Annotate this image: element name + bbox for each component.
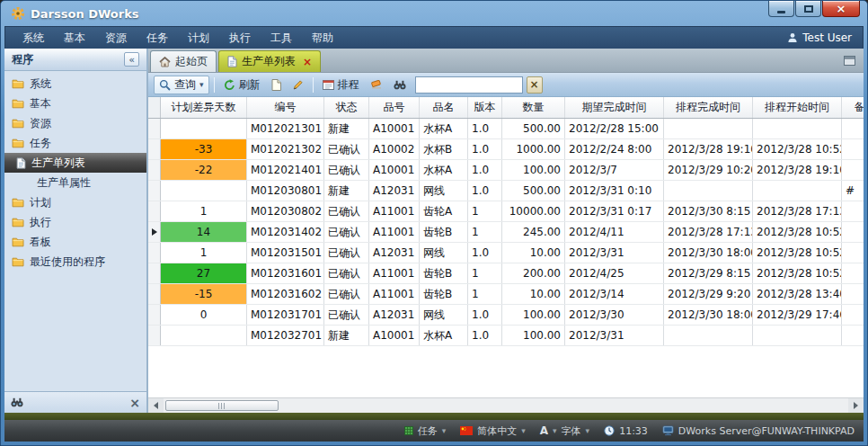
sidebar-item-label: 系统 [30,76,51,92]
grid-cell: 0 [161,305,247,325]
grid-cell: 10.00 [502,284,565,304]
sidebar-collapse-button[interactable]: « [124,52,139,67]
table-row[interactable]: M012032701新建A10001水杯A1.0100.002012/3/31 [148,326,864,346]
maximize-button[interactable] [795,1,821,17]
table-row[interactable]: M012030801新建A12031网线1.0500.002012/3/31 0… [148,181,864,201]
sidebar-item-8[interactable]: 看板 [4,232,146,252]
table-row[interactable]: 27M012031601已确认A11001齿轮B1200.002012/4/25… [148,263,864,284]
schedule-button[interactable]: 排程 [318,76,364,94]
clear-search-icon[interactable]: × [129,397,140,409]
grid-cell: 齿轮B [420,222,468,242]
horizontal-scrollbar[interactable] [148,397,864,413]
column-header[interactable]: 排程开始时间 [753,97,842,118]
grid-cell: 新建 [324,326,369,345]
tab-1[interactable]: 生产单列表× [218,50,321,72]
app-window: Darsson DWorks × 系统基本资源任务计划执行工具帮助 Test U… [0,0,868,446]
user-menu[interactable]: Test User [787,31,855,44]
sidebar-item-4[interactable]: 生产单列表 [4,153,146,173]
column-header[interactable]: 品名 [420,97,468,118]
sidebar-item-2[interactable]: 资源 [4,113,146,133]
close-button[interactable]: × [822,1,860,17]
grid-cell [664,181,753,201]
title-bar[interactable]: Darsson DWorks × [4,1,864,26]
table-row[interactable]: -33M012021302已确认A10002水杯B1.01000.002012/… [148,139,864,160]
sidebar-item-label: 资源 [30,116,51,131]
row-indicator [148,284,161,304]
column-header[interactable]: 期望完成时间 [565,97,664,118]
clear-input-button[interactable]: × [527,76,543,94]
sidebar-item-0[interactable]: 系统 [4,74,146,94]
scroll-right-button[interactable] [848,398,864,413]
column-header[interactable]: 排程完成时间 [664,97,753,118]
tab-0[interactable]: 起始页 [150,50,217,72]
sidebar-item-3[interactable]: 任务 [4,133,146,153]
grid-cell: 1.0 [468,139,502,159]
table-row[interactable]: 14M012031402已确认A11001齿轮B1245.002012/4/11… [148,222,864,243]
row-indicator [148,222,161,242]
sidebar-item-9[interactable]: 最近使用的程序 [4,252,146,272]
scrollbar-thumb[interactable] [165,400,279,411]
menu-item-7[interactable]: 帮助 [302,31,343,46]
sidebar-item-6[interactable]: 计划 [4,192,146,212]
folder-icon [12,217,24,227]
scroll-left-button[interactable] [148,398,164,413]
sidebar-item-5[interactable]: 生产单属性 [4,173,146,192]
status-font-menu[interactable]: A ▾ 字体 ▾ [540,424,589,438]
menu-item-4[interactable]: 计划 [178,31,219,46]
grid-cell: 水杯A [420,160,468,180]
table-row[interactable]: 0M012031701已确认A12031网线1.0100.002012/3/30… [148,305,864,326]
window-pin-icon[interactable] [844,56,855,66]
page-icon [16,157,26,169]
close-tab-icon[interactable]: × [303,57,312,67]
minimize-button[interactable] [768,1,794,17]
menu-item-2[interactable]: 资源 [95,31,137,46]
column-header[interactable]: 计划差异天数 [161,97,247,118]
new-button[interactable] [267,76,286,94]
query-button[interactable]: 查询 ▾ [154,76,209,94]
grid-cell: 2012/3/28 17:13 [664,222,753,242]
column-header[interactable]: 版本 [468,97,502,118]
grid-cell: M012021301 [247,119,324,138]
table-row[interactable]: M012021301新建A10001水杯A1.0500.002012/2/28 … [148,119,864,139]
menu-item-3[interactable]: 任务 [137,31,178,46]
menu-item-1[interactable]: 基本 [54,31,95,46]
sidebar-search-input[interactable] [29,395,124,410]
menu-item-6[interactable]: 工具 [261,31,302,46]
status-task-menu[interactable]: 任务 ▾ [404,424,447,438]
grid-cell: M012030801 [247,181,324,201]
column-header[interactable]: 备 [842,97,864,118]
column-header[interactable]: 品号 [369,97,420,118]
eraser-button[interactable] [366,76,387,94]
grid-cell: 2012/3/28 10:52 [753,263,842,283]
column-header[interactable]: 状态 [324,97,369,118]
tab-bar: 起始页生产单列表× [148,49,864,73]
grid-cell: 网线 [420,305,468,325]
sidebar-item-1[interactable]: 基本 [4,94,146,113]
grid-cell: 1 [468,222,502,242]
menu-item-0[interactable]: 系统 [13,31,54,46]
grid-cell: 1 [468,284,502,304]
refresh-button[interactable]: 刷新 [219,76,265,94]
table-row[interactable]: -22M012021401已确认A10001水杯A1.0100.002012/3… [148,160,864,181]
column-header[interactable]: 编号 [247,97,324,118]
find-button[interactable] [389,76,411,94]
edit-button[interactable] [288,76,308,94]
grid-cell [842,119,864,138]
table-row[interactable]: -15M012031602已确认A11001齿轮B110.002012/3/14… [148,284,864,305]
grid-cell: M012031602 [247,284,324,304]
binoculars-icon [11,397,23,407]
grid-cell [161,119,247,138]
grid-cell: 500.00 [502,119,565,138]
sidebar-item-7[interactable]: 执行 [4,212,146,232]
sidebar-item-label: 计划 [30,195,51,210]
table-row[interactable]: 1M012031501已确认A12031网线1.010.002012/3/312… [148,243,864,263]
table-row[interactable]: 1M012030802已确认A11001齿轮A110000.002012/3/3… [148,201,864,222]
menu-item-5[interactable]: 执行 [219,31,261,46]
column-header[interactable]: 数量 [502,97,565,118]
grid-body: M012021301新建A10001水杯A1.0500.002012/2/28 … [148,119,864,346]
toolbar-search-input[interactable] [415,76,523,94]
status-language-menu[interactable]: 简体中文 ▾ [460,424,526,438]
tab-bar-tabs: 起始页生产单列表× [150,50,323,72]
grid-cell: 245.00 [502,222,565,242]
grid-cell: 10.00 [502,243,565,263]
